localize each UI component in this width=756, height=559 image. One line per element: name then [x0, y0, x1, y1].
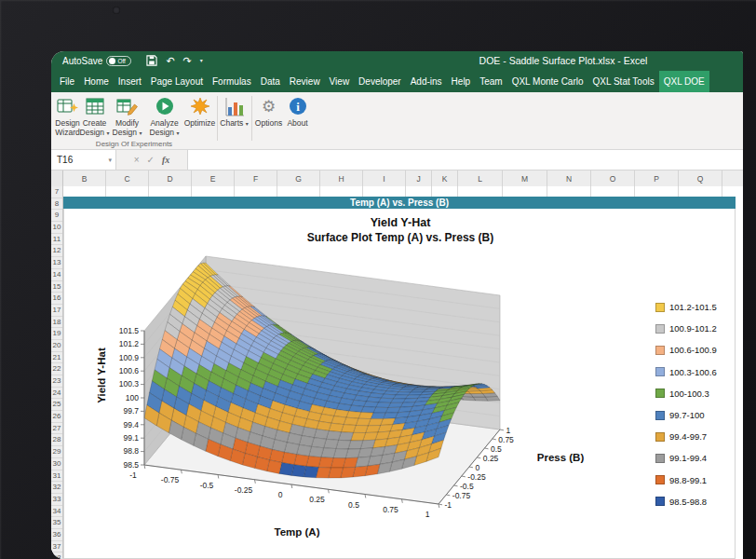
svg-text:101.2: 101.2 [119, 339, 140, 348]
legend-item[interactable]: 98.8-99.1 [655, 470, 736, 491]
name-box-caret-icon[interactable]: ▾ [108, 157, 115, 164]
ribbon-tab-qxl-stat-tools[interactable]: QXL Stat Tools [588, 71, 659, 92]
row-header-24[interactable]: 24 [51, 388, 62, 400]
row-header-33[interactable]: 33 [51, 494, 62, 506]
about-button[interactable]: iAbout [281, 94, 314, 129]
row-header-19[interactable]: 19 [51, 328, 62, 340]
legend-item[interactable]: 99.4-99.7 [655, 426, 736, 447]
chart-header-cell[interactable]: Temp (A) vs. Press (B) [63, 197, 736, 209]
analyze-design-button[interactable]: AnalyzeDesign ▾ [148, 94, 181, 138]
ribbon-group-label: Design Of Experiments [51, 140, 217, 148]
create-design-button[interactable]: CreateDesign ▾ [78, 94, 111, 138]
insert-function-icon[interactable]: fx [162, 155, 169, 165]
ribbon-tab-page-layout[interactable]: Page Layout [146, 71, 208, 92]
ribbon: DesignWizardCreateDesign ▾ModifyDesign ▾… [51, 92, 743, 150]
row-header-18[interactable]: 18 [51, 317, 62, 329]
row-header-36[interactable]: 36 [51, 529, 62, 541]
qat-customize-caret-icon[interactable]: ▾ [200, 56, 203, 66]
svg-text:99.7: 99.7 [123, 406, 139, 416]
chart-legend[interactable]: 101.2-101.5100.9-101.2100.6-100.9100.3-1… [655, 296, 736, 512]
row-header-22[interactable]: 22 [51, 363, 62, 375]
legend-item[interactable]: 100.9-101.2 [655, 318, 736, 339]
ribbon-button-label: ModifyDesign ▾ [111, 119, 143, 138]
legend-item[interactable]: 98.5-98.8 [655, 491, 736, 512]
legend-item[interactable]: 100.6-100.9 [655, 339, 736, 361]
autosave-toggle[interactable]: AutoSave Off [62, 56, 131, 66]
sheet-grid[interactable]: 7891011121314151617181920212223242526272… [51, 186, 743, 559]
row-header-8[interactable]: 8 [51, 198, 62, 211]
surface-plot[interactable]: 101.5101.2100.9100.6100.310099.799.499.1… [64, 209, 736, 557]
row-header-12[interactable]: 12 [51, 245, 62, 257]
ribbon-tab-developer[interactable]: Developer [354, 71, 406, 92]
ribbon-tab-insert[interactable]: Insert [114, 71, 146, 92]
ribbon-tab-team[interactable]: Team [475, 71, 506, 92]
save-icon[interactable] [146, 55, 157, 68]
row-header-28[interactable]: 28 [51, 434, 62, 446]
row-header-21[interactable]: 21 [51, 352, 62, 364]
ribbon-tab-qxl-doe[interactable]: QXL DOE [659, 71, 709, 92]
row-header-37[interactable]: 37 [51, 541, 62, 553]
row-header-25[interactable]: 25 [51, 399, 62, 411]
ribbon-tab-view[interactable]: View [325, 71, 355, 92]
ribbon-tab-formulas[interactable]: Formulas [208, 71, 256, 92]
row-header-10[interactable]: 10 [51, 222, 62, 234]
modify-design-icon [111, 94, 143, 119]
options-button[interactable]: ⚙Options [252, 94, 285, 129]
row-header-31[interactable]: 31 [51, 470, 62, 483]
chart-title-line2: Surface Plot Temp (A) vs. Press (B) [64, 231, 736, 244]
cancel-icon[interactable]: × [134, 155, 140, 165]
name-box[interactable]: T16 ▾ [51, 150, 116, 170]
ribbon-button-label: About [281, 119, 314, 129]
ribbon-tab-home[interactable]: Home [79, 71, 114, 92]
row-header-23[interactable]: 23 [51, 375, 62, 388]
legend-label: 100.3-100.6 [669, 367, 717, 377]
row-header-27[interactable]: 27 [51, 423, 62, 435]
row-header-16[interactable]: 16 [51, 293, 62, 305]
row-header-32[interactable]: 32 [51, 482, 62, 494]
ribbon-tab-help[interactable]: Help [447, 71, 476, 92]
row-header-34[interactable]: 34 [51, 506, 62, 518]
svg-text:101.5: 101.5 [119, 326, 140, 335]
svg-text:100: 100 [126, 393, 139, 402]
legend-item[interactable]: 99.1-99.4 [655, 447, 736, 469]
row-header-11[interactable]: 11 [51, 234, 62, 246]
svg-text:i: i [296, 99, 300, 113]
row-header-9[interactable]: 9 [51, 210, 62, 222]
redo-icon[interactable]: ↷ [183, 56, 192, 66]
row-header-20[interactable]: 20 [51, 340, 62, 352]
row-header-15[interactable]: 15 [51, 281, 62, 293]
row-header-38[interactable]: 38 [51, 552, 62, 559]
legend-item[interactable]: 101.2-101.5 [655, 296, 736, 318]
ribbon-tab-qxl-monte-carlo[interactable]: QXL Monte Carlo [507, 71, 588, 92]
autosave-state: Off [117, 58, 126, 64]
modify-design-button[interactable]: ModifyDesign ▾ [111, 94, 143, 138]
formula-input[interactable] [188, 150, 743, 170]
row-header-35[interactable]: 35 [51, 517, 62, 529]
legend-item[interactable]: 99.7-100 [655, 404, 736, 426]
charts-button[interactable]: Charts ▾ [218, 94, 250, 130]
legend-item[interactable]: 100.3-100.6 [655, 361, 736, 383]
ribbon-tab-add-ins[interactable]: Add-ins [406, 71, 447, 92]
undo-icon[interactable]: ↶ [166, 56, 174, 66]
gridline [362, 186, 363, 197]
ribbon-tab-file[interactable]: File [55, 71, 79, 92]
enter-icon[interactable]: ✓ [147, 155, 155, 165]
autosave-switch-icon: Off [106, 56, 131, 66]
ribbon-tab-data[interactable]: Data [256, 71, 285, 92]
surface-chart[interactable]: 101.5101.2100.9100.6100.310099.799.499.1… [63, 209, 736, 559]
row-header-14[interactable]: 14 [51, 269, 62, 281]
optimize-button[interactable]: Optimize [183, 94, 216, 129]
ribbon-tab-review[interactable]: Review [285, 71, 325, 92]
svg-text:100.3: 100.3 [119, 379, 140, 389]
gridline [105, 186, 106, 197]
svg-text:-0.75: -0.75 [161, 475, 180, 484]
row-header-13[interactable]: 13 [51, 257, 62, 269]
row-header-30[interactable]: 30 [51, 458, 62, 470]
row-header-7[interactable]: 7 [51, 186, 62, 198]
gridline [590, 186, 591, 197]
ribbon-button-label: Charts ▾ [218, 119, 250, 130]
legend-item[interactable]: 100-100.3 [655, 383, 736, 404]
row-header-17[interactable]: 17 [51, 305, 62, 317]
row-header-26[interactable]: 26 [51, 411, 62, 423]
row-header-29[interactable]: 29 [51, 446, 62, 458]
